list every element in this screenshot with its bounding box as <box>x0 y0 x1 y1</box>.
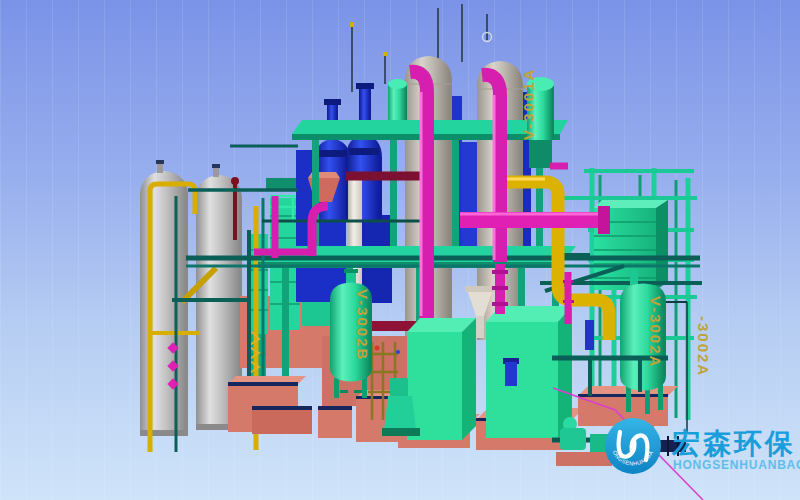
logo-name-en: HONGSENHUANBAO <box>673 458 800 472</box>
green-tank-box-2 <box>486 306 572 438</box>
tag-pump-3002a: -3002A <box>695 316 712 377</box>
tag-v3002b: V-3002B <box>354 289 371 361</box>
valve-handles <box>167 342 178 389</box>
tag-v3001a: V-3001A <box>520 68 537 140</box>
green-tank-box-1 <box>407 318 476 440</box>
plant-3d-render: V-3001A V-3002B V-3002A -3002A HONGSENHU… <box>0 0 800 500</box>
scene-canvas: V-3001A V-3002B V-3002A -3002A HONGSENHU… <box>0 0 800 500</box>
green-drum-small <box>388 79 407 120</box>
logo-name-cn: 宏森环保 <box>671 428 796 459</box>
tag-v3002a: V-3002A <box>647 296 664 368</box>
